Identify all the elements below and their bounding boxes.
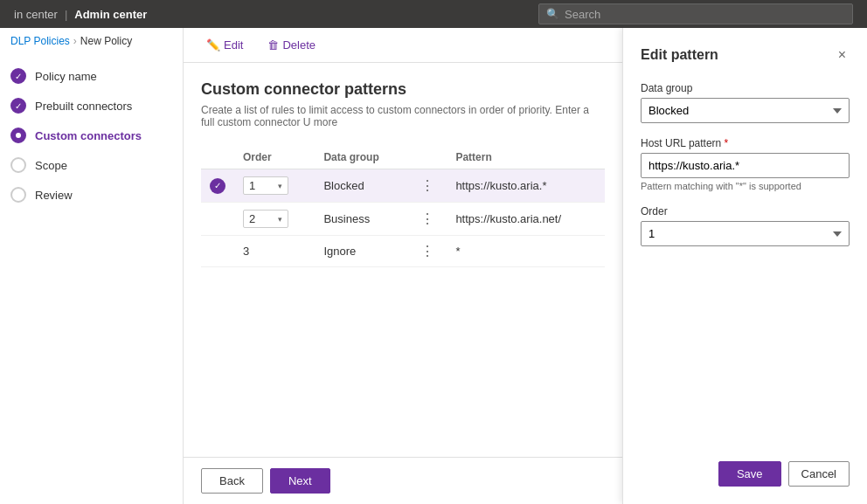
data-group-cell: Blocked [315, 169, 408, 203]
breadcrumb: DLP Policies › New Policy [0, 28, 183, 54]
host-url-field: Host URL pattern Pattern matching with "… [641, 137, 850, 191]
order-dropdown[interactable]: 2▾ [243, 210, 288, 228]
pattern-cell: https://kusto.aria.* [447, 169, 605, 203]
back-button[interactable]: Back [201, 468, 263, 494]
sidebar-item-review[interactable]: Review [0, 180, 183, 210]
content-area: ✏️ Edit 🗑 Delete Custom connector patter… [184, 28, 622, 504]
sidebar: DLP Policies › New Policy ✓ Policy name … [0, 28, 184, 504]
top-header: in center | Admin center 🔍 [0, 0, 867, 28]
order-cell: 2▾ [234, 203, 315, 236]
nav-label-scope: Scope [35, 159, 67, 172]
order-dropdown[interactable]: 1▾ [243, 176, 288, 195]
section-title: Custom connector patterns [201, 80, 605, 99]
row-selected-cell [201, 236, 234, 267]
panel-close-button[interactable]: × [835, 45, 850, 65]
col-header-order [201, 146, 234, 169]
section-desc: Create a list of rules to limit access t… [201, 104, 605, 128]
data-group-label: Data group [641, 82, 850, 94]
sidebar-item-scope[interactable]: Scope [0, 150, 183, 180]
row-selected-cell [201, 203, 234, 236]
col-header-pattern: Pattern [447, 146, 605, 169]
edit-button[interactable]: ✏️ Edit [201, 35, 248, 55]
panel-footer: Save Cancel [641, 447, 850, 487]
nav-icon-review [10, 187, 26, 203]
nav-label-policy-name: Policy name [35, 70, 97, 83]
selected-icon: ✓ [210, 178, 225, 194]
delete-icon: 🗑 [267, 38, 279, 52]
sidebar-item-prebuilt-connectors[interactable]: ✓ Prebuilt connectors [0, 91, 183, 121]
panel-title: Edit pattern [641, 47, 718, 63]
pattern-cell: * [447, 236, 605, 267]
save-button[interactable]: Save [718, 461, 781, 487]
delete-label: Delete [282, 38, 316, 52]
col-header-dots [408, 146, 447, 169]
data-group-cell: Business [315, 203, 408, 236]
order-label: Order [641, 205, 850, 217]
table-row[interactable]: ✓1▾Blocked⋮https://kusto.aria.* [201, 169, 605, 203]
nav-label-review: Review [35, 189, 73, 202]
host-url-hint: Pattern matching with "*" is supported [641, 181, 850, 191]
breadcrumb-current: New Policy [80, 35, 132, 47]
dots-menu-icon[interactable]: ⋮ [417, 178, 438, 193]
order-select[interactable]: 123 [641, 221, 850, 246]
nav-icon-custom [10, 128, 26, 143]
table-row[interactable]: 3Ignore⋮* [201, 236, 605, 267]
dots-menu-cell: ⋮ [408, 203, 447, 236]
col-header-order-num: Order [234, 146, 315, 169]
edit-panel: Edit pattern × Data group BlockedBusines… [622, 28, 867, 504]
col-header-data-group: Data group [315, 146, 408, 169]
panel-header: Edit pattern × [641, 45, 850, 65]
order-field: Order 123 [641, 205, 850, 246]
table-row[interactable]: 2▾Business⋮https://kusto.aria.net/ [201, 203, 605, 236]
order-value: 1 [249, 179, 276, 192]
pattern-cell: https://kusto.aria.net/ [447, 203, 605, 236]
next-button[interactable]: Next [270, 468, 330, 494]
bottom-nav: Back Next [184, 457, 622, 504]
search-input[interactable] [565, 8, 845, 21]
edit-icon: ✏️ [206, 38, 220, 52]
content-body: Custom connector patterns Create a list … [184, 63, 622, 457]
nav-icon-policy-name: ✓ [10, 68, 26, 84]
search-icon: 🔍 [546, 8, 559, 20]
chevron-down-icon: ▾ [278, 215, 282, 224]
data-group-select[interactable]: BlockedBusinessIgnore [641, 98, 850, 123]
row-selected-cell: ✓ [201, 169, 234, 203]
order-cell: 3 [234, 236, 315, 267]
order-cell: 1▾ [234, 169, 315, 203]
patterns-table: Order Data group Pattern ✓1▾Blocked⋮http… [201, 146, 605, 267]
nav-label-custom: Custom connectors [35, 129, 142, 142]
nav-icon-scope [10, 157, 26, 173]
header-separator: | [65, 8, 67, 21]
breadcrumb-parent[interactable]: DLP Policies [10, 35, 70, 47]
main-layout: DLP Policies › New Policy ✓ Policy name … [0, 28, 867, 504]
data-group-field: Data group BlockedBusinessIgnore [641, 82, 850, 123]
delete-button[interactable]: 🗑 Delete [262, 35, 321, 55]
app-name-label: in center [14, 8, 58, 21]
sidebar-item-custom-connectors[interactable]: Custom connectors [0, 121, 183, 150]
breadcrumb-separator: › [73, 35, 77, 47]
search-container: 🔍 [538, 3, 853, 24]
host-url-input[interactable] [641, 153, 850, 178]
dots-menu-cell: ⋮ [408, 236, 447, 267]
nav-list: ✓ Policy name ✓ Prebuilt connectors Cust… [0, 54, 183, 217]
dots-menu-cell: ⋮ [408, 169, 447, 203]
admin-center-label: Admin center [74, 8, 147, 21]
content-toolbar: ✏️ Edit 🗑 Delete [184, 28, 622, 63]
data-group-cell: Ignore [315, 236, 408, 267]
chevron-down-icon: ▾ [278, 182, 282, 190]
dots-menu-icon[interactable]: ⋮ [417, 211, 438, 226]
host-url-label: Host URL pattern [641, 137, 850, 149]
edit-label: Edit [224, 38, 243, 52]
sidebar-item-policy-name[interactable]: ✓ Policy name [0, 61, 183, 91]
dots-menu-icon[interactable]: ⋮ [417, 244, 438, 259]
order-value: 2 [249, 212, 276, 225]
cancel-button[interactable]: Cancel [788, 461, 850, 487]
nav-icon-prebuilt: ✓ [10, 98, 26, 114]
nav-label-prebuilt: Prebuilt connectors [35, 100, 132, 113]
